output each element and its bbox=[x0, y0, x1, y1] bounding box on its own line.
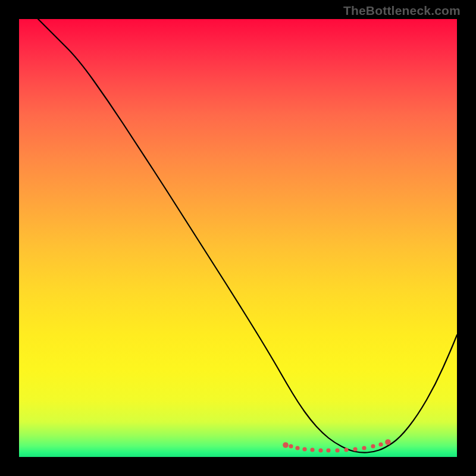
red-dot bbox=[378, 442, 383, 446]
main-black-curve bbox=[38, 19, 457, 453]
red-dot bbox=[353, 447, 357, 451]
plot-area bbox=[19, 19, 457, 457]
red-dot bbox=[302, 447, 306, 451]
chart-stage: TheBottleneck.com bbox=[0, 0, 476, 476]
red-dot bbox=[326, 448, 330, 452]
red-dot bbox=[318, 448, 322, 452]
main-curve-group bbox=[38, 19, 457, 453]
red-dot bbox=[385, 439, 391, 445]
red-dot bbox=[335, 448, 339, 452]
red-dot bbox=[295, 446, 299, 450]
red-dotted-minimum-marker bbox=[283, 439, 391, 452]
red-dot bbox=[344, 447, 348, 452]
red-dot bbox=[310, 447, 314, 452]
curves-svg bbox=[19, 19, 457, 457]
red-dot bbox=[283, 442, 289, 448]
watermark-text: TheBottleneck.com bbox=[343, 4, 461, 18]
red-dot bbox=[371, 444, 375, 448]
red-dot bbox=[289, 444, 293, 448]
red-dot bbox=[362, 446, 366, 450]
